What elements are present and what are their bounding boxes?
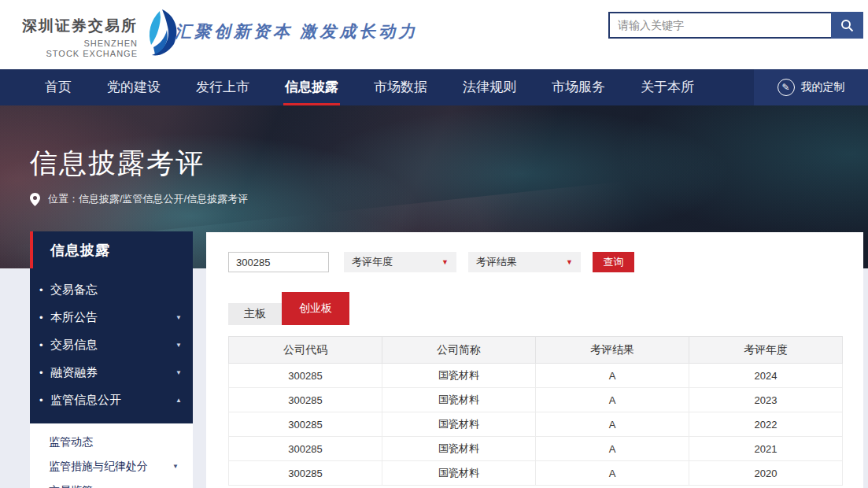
search-button[interactable] bbox=[831, 12, 863, 39]
cell-eval-year: 2023 bbox=[689, 388, 843, 412]
my-customization-label: 我的定制 bbox=[801, 80, 845, 94]
sidebar-title-block: 信息披露 bbox=[30, 231, 193, 268]
cell-eval-result: A bbox=[536, 364, 689, 388]
evaluation-result-dropdown[interactable]: 考评结果 ▼ bbox=[468, 252, 581, 272]
sidebar-item-regulatory-disclosure[interactable]: • 监管信息公开 ▲ bbox=[30, 386, 193, 414]
cell-company-code: 300285 bbox=[229, 437, 382, 461]
sidebar-subitem-measures-sanctions[interactable]: 监管措施与纪律处分 ▼ bbox=[30, 454, 193, 479]
sidebar-item-label: 监管信息公开 bbox=[50, 393, 175, 408]
cell-eval-result: A bbox=[536, 461, 689, 486]
chevron-down-icon: ▼ bbox=[175, 314, 182, 321]
logo-name-cn: 深圳证券交易所 bbox=[22, 16, 138, 36]
sidebar-menu: • 交易备忘 • 本所公告 ▼ • 交易信息 ▼ • 融资融券 ▼ • 监管信息… bbox=[30, 268, 193, 423]
main-content-panel: 考评年度 ▼ 考评结果 ▼ 查询 主板 创业板 公司代码 公司简称 考评结果 考… bbox=[206, 232, 863, 488]
query-button[interactable]: 查询 bbox=[593, 252, 634, 272]
tab-main-board[interactable]: 主板 bbox=[228, 303, 282, 325]
sidebar-item-label: 交易信息 bbox=[50, 338, 175, 353]
logo-name-en: SHENZHEN STOCK EXCHANGE bbox=[22, 39, 138, 59]
sidebar-item-trading-memo[interactable]: • 交易备忘 bbox=[30, 276, 193, 304]
logo-text: 深圳证券交易所 SHENZHEN STOCK EXCHANGE bbox=[22, 16, 138, 59]
site-search bbox=[608, 12, 863, 39]
cell-eval-result: A bbox=[536, 412, 689, 437]
cell-eval-year: 2022 bbox=[689, 412, 843, 437]
tab-chinext[interactable]: 创业板 bbox=[282, 292, 349, 325]
table-row: 300285 国瓷材料 A 2020 bbox=[229, 461, 843, 486]
nav-item-about[interactable]: 关于本所 bbox=[641, 69, 694, 105]
brand-slogan: 汇聚创新资本 激发成长动力 bbox=[175, 20, 418, 43]
sidebar-item-label: 融资融券 bbox=[50, 365, 175, 380]
cell-company-code: 300285 bbox=[229, 461, 382, 486]
evaluation-year-dropdown[interactable]: 考评年度 ▼ bbox=[344, 252, 456, 272]
cell-company-name: 国瓷材料 bbox=[382, 364, 536, 388]
top-header: 深圳证券交易所 SHENZHEN STOCK EXCHANGE 汇聚创新资本 激… bbox=[0, 0, 868, 69]
column-header-eval-year: 考评年度 bbox=[689, 337, 843, 364]
bullet-dot-icon: • bbox=[39, 394, 50, 406]
column-header-eval-result: 考评结果 bbox=[536, 337, 689, 364]
bullet-dot-icon: • bbox=[39, 284, 50, 296]
bullet-dot-icon: • bbox=[39, 312, 50, 323]
nav-items: 首页 党的建设 发行上市 信息披露 市场数据 法律规则 市场服务 关于本所 bbox=[0, 69, 694, 105]
column-header-company-name: 公司简称 bbox=[382, 337, 536, 364]
nav-item-disclosure[interactable]: 信息披露 bbox=[285, 69, 338, 105]
sidebar-title: 信息披露 bbox=[50, 241, 110, 260]
sidebar-item-label: 交易备忘 bbox=[50, 283, 182, 298]
sidebar-subitem-label: 交易监管 bbox=[49, 484, 172, 488]
bullet-dot-icon: • bbox=[39, 367, 50, 379]
cell-company-code: 300285 bbox=[229, 388, 382, 412]
page-title: 信息披露考评 bbox=[30, 145, 205, 182]
table-row: 300285 国瓷材料 A 2024 bbox=[229, 364, 843, 388]
column-header-company-code: 公司代码 bbox=[229, 337, 382, 364]
my-customization-button[interactable]: ✎ 我的定制 bbox=[754, 69, 868, 105]
sidebar-subitem-label: 监管措施与纪律处分 bbox=[49, 460, 172, 474]
sidebar-item-trading-info[interactable]: • 交易信息 ▼ bbox=[30, 331, 193, 359]
main-nav: 首页 党的建设 发行上市 信息披露 市场数据 法律规则 市场服务 关于本所 ✎ … bbox=[0, 69, 868, 105]
stock-code-input[interactable] bbox=[228, 252, 329, 272]
nav-item-party-building[interactable]: 党的建设 bbox=[107, 69, 161, 105]
cell-eval-result: A bbox=[536, 388, 689, 412]
sidebar-subitem-label: 监管动态 bbox=[49, 435, 179, 449]
chevron-down-icon: ▼ bbox=[175, 342, 182, 349]
filter-bar: 考评年度 ▼ 考评结果 ▼ 查询 bbox=[228, 252, 634, 272]
sidebar-item-margin-trading[interactable]: • 融资融券 ▼ bbox=[30, 359, 193, 386]
szse-logo[interactable]: 深圳证券交易所 SHENZHEN STOCK EXCHANGE bbox=[22, 9, 180, 59]
sidebar-item-exchange-notices[interactable]: • 本所公告 ▼ bbox=[30, 304, 193, 331]
nav-item-market-data[interactable]: 市场数据 bbox=[374, 69, 427, 105]
cell-eval-result: A bbox=[536, 437, 689, 461]
dropdown-label: 考评结果 bbox=[476, 255, 566, 269]
cell-eval-year: 2020 bbox=[689, 461, 843, 486]
location-pin-icon bbox=[30, 193, 40, 206]
bullet-dot-icon: • bbox=[39, 339, 50, 351]
cell-company-code: 300285 bbox=[229, 364, 382, 388]
breadcrumb-text: 位置：信息披露/监管信息公开/信息披露考评 bbox=[48, 192, 248, 206]
sidebar-subitem-regulatory-updates[interactable]: 监管动态 bbox=[30, 430, 193, 454]
sidebar-submenu: 监管动态 监管措施与纪律处分 ▼ 交易监管 ▼ bbox=[30, 423, 193, 488]
breadcrumb: 位置：信息披露/监管信息公开/信息披露考评 bbox=[30, 192, 248, 206]
nav-item-rules[interactable]: 法律规则 bbox=[463, 69, 516, 105]
table-header-row: 公司代码 公司简称 考评结果 考评年度 bbox=[229, 337, 843, 364]
chevron-down-icon: ▼ bbox=[175, 369, 182, 376]
search-input[interactable] bbox=[608, 12, 831, 39]
chevron-up-icon: ▲ bbox=[175, 397, 182, 404]
sidebar-subitem-trading-supervision[interactable]: 交易监管 ▼ bbox=[30, 479, 193, 488]
chevron-down-icon: ▼ bbox=[172, 463, 179, 470]
cell-eval-year: 2024 bbox=[689, 364, 843, 388]
cell-company-code: 300285 bbox=[229, 412, 382, 437]
cell-company-name: 国瓷材料 bbox=[382, 412, 536, 437]
evaluation-table: 公司代码 公司简称 考评结果 考评年度 300285 国瓷材料 A 2024 3… bbox=[228, 336, 843, 486]
table-row: 300285 国瓷材料 A 2023 bbox=[229, 388, 843, 412]
nav-item-home[interactable]: 首页 bbox=[45, 69, 72, 105]
cell-eval-year: 2021 bbox=[689, 437, 843, 461]
chevron-down-icon: ▼ bbox=[441, 258, 449, 266]
nav-item-label: 信息披露 bbox=[285, 79, 338, 94]
sidebar-item-label: 本所公告 bbox=[50, 310, 175, 325]
cell-company-name: 国瓷材料 bbox=[382, 461, 536, 486]
nav-item-listing[interactable]: 发行上市 bbox=[196, 69, 249, 105]
table-row: 300285 国瓷材料 A 2022 bbox=[229, 412, 843, 437]
nav-item-market-services[interactable]: 市场服务 bbox=[552, 69, 605, 105]
cell-company-name: 国瓷材料 bbox=[382, 388, 536, 412]
table-row: 300285 国瓷材料 A 2021 bbox=[229, 437, 843, 461]
search-icon bbox=[840, 19, 854, 32]
board-tabs: 主板 创业板 bbox=[228, 292, 349, 325]
cell-company-name: 国瓷材料 bbox=[382, 437, 536, 461]
dropdown-label: 考评年度 bbox=[352, 255, 441, 269]
